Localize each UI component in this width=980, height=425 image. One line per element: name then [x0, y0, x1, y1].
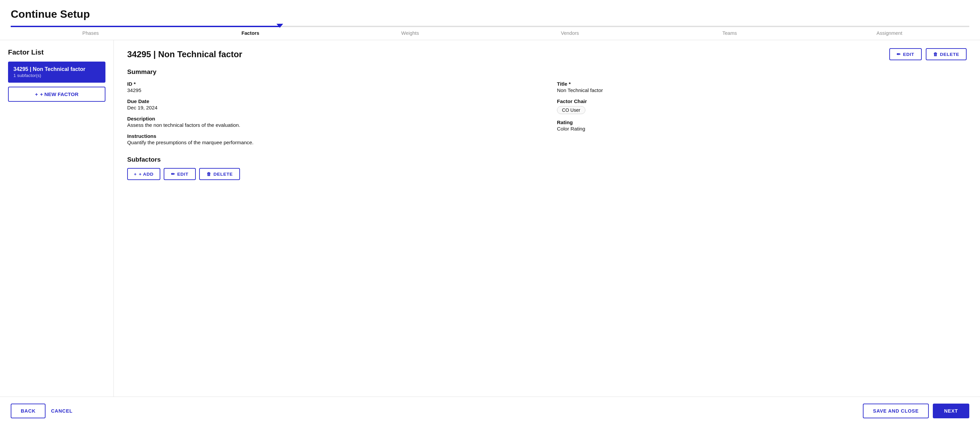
step-weights[interactable]: Weights — [330, 30, 490, 36]
next-button[interactable]: NEXT — [933, 404, 969, 418]
subfactors-section: Subfactors + + ADD ✏ EDIT 🗑 DELETE — [127, 156, 967, 180]
rating-label: Rating — [557, 119, 967, 125]
detail-panel: 34295 | Non Technical factor ✏ EDIT 🗑 DE… — [114, 40, 980, 396]
new-factor-label: + NEW FACTOR — [40, 91, 78, 97]
description-value: Assess the non technical factors of the … — [127, 122, 537, 128]
edit-label: EDIT — [903, 52, 915, 57]
subfactor-add-button[interactable]: + + ADD — [127, 168, 160, 180]
subfactor-edit-button[interactable]: ✏ EDIT — [164, 168, 196, 180]
add-label: + ADD — [139, 172, 154, 177]
progress-fill — [11, 26, 279, 27]
step-assignment[interactable]: Assignment — [810, 30, 969, 36]
step-phases[interactable]: Phases — [11, 30, 170, 36]
due-date-value: Dec 19, 2024 — [127, 105, 537, 110]
factor-list-item[interactable]: 34295 | Non Technical factor 1 subfactor… — [8, 62, 105, 83]
bottom-right-actions: SAVE AND CLOSE NEXT — [863, 404, 969, 418]
summary-grid: ID * 34295 Due Date Dec 19, 2024 Descrip… — [127, 81, 967, 145]
subfactor-pencil-icon: ✏ — [171, 171, 175, 177]
factor-chair-chip: CO User — [557, 106, 585, 114]
summary-title: Summary — [127, 68, 967, 76]
description-label: Description — [127, 116, 537, 121]
cancel-button[interactable]: CANCEL — [51, 408, 72, 414]
delete-button[interactable]: 🗑 DELETE — [926, 48, 967, 60]
back-button[interactable]: BACK — [11, 404, 46, 418]
step-factors[interactable]: Factors — [170, 30, 330, 36]
instructions-value: Quantify the presumptions of the marquee… — [127, 140, 537, 145]
delete-label: DELETE — [940, 52, 959, 57]
subfactors-title: Subfactors — [127, 156, 967, 163]
new-factor-button[interactable]: + + NEW FACTOR — [8, 87, 105, 102]
subfactor-trash-icon: 🗑 — [207, 172, 212, 177]
left-column: ID * 34295 Due Date Dec 19, 2024 Descrip… — [127, 81, 537, 145]
header-actions: ✏ EDIT 🗑 DELETE — [889, 48, 967, 60]
progress-track — [11, 26, 969, 27]
add-plus-icon: + — [134, 172, 137, 177]
title-value: Non Technical factor — [557, 88, 967, 93]
edit-button[interactable]: ✏ EDIT — [889, 48, 921, 60]
subfactor-delete-button[interactable]: 🗑 DELETE — [199, 168, 240, 180]
bottom-bar: BACK CANCEL SAVE AND CLOSE NEXT — [0, 396, 980, 425]
subfactors-actions: + + ADD ✏ EDIT 🗑 DELETE — [127, 168, 967, 180]
factor-item-name: 34295 | Non Technical factor — [13, 66, 100, 72]
factor-item-sub: 1 subfactor(s) — [13, 73, 100, 78]
subfactor-edit-label: EDIT — [177, 172, 188, 177]
page-title: Continue Setup — [11, 8, 969, 21]
step-vendors[interactable]: Vendors — [490, 30, 650, 36]
factor-title: 34295 | Non Technical factor — [127, 49, 242, 59]
detail-header: 34295 | Non Technical factor ✏ EDIT 🗑 DE… — [127, 48, 967, 60]
factor-chair-label: Factor Chair — [557, 99, 967, 104]
subfactor-delete-label: DELETE — [213, 172, 233, 177]
step-teams[interactable]: Teams — [650, 30, 809, 36]
sidebar-title: Factor List — [8, 48, 105, 56]
pencil-icon: ✏ — [897, 51, 901, 57]
sidebar: Factor List 34295 | Non Technical factor… — [0, 40, 114, 396]
save-and-close-button[interactable]: SAVE AND CLOSE — [863, 404, 929, 418]
plus-icon: + — [35, 91, 38, 97]
id-value: 34295 — [127, 88, 537, 93]
rating-value: Color Rating — [557, 126, 967, 132]
right-column: Title * Non Technical factor Factor Chai… — [557, 81, 967, 145]
bottom-left-actions: BACK CANCEL — [11, 404, 73, 418]
progress-arrow — [277, 24, 283, 28]
instructions-label: Instructions — [127, 133, 537, 139]
id-label: ID * — [127, 81, 537, 87]
title-label: Title * — [557, 81, 967, 87]
stepper: Phases Factors Weights Vendors Teams Ass… — [11, 27, 969, 40]
trash-icon: 🗑 — [933, 52, 938, 57]
due-date-label: Due Date — [127, 99, 537, 104]
